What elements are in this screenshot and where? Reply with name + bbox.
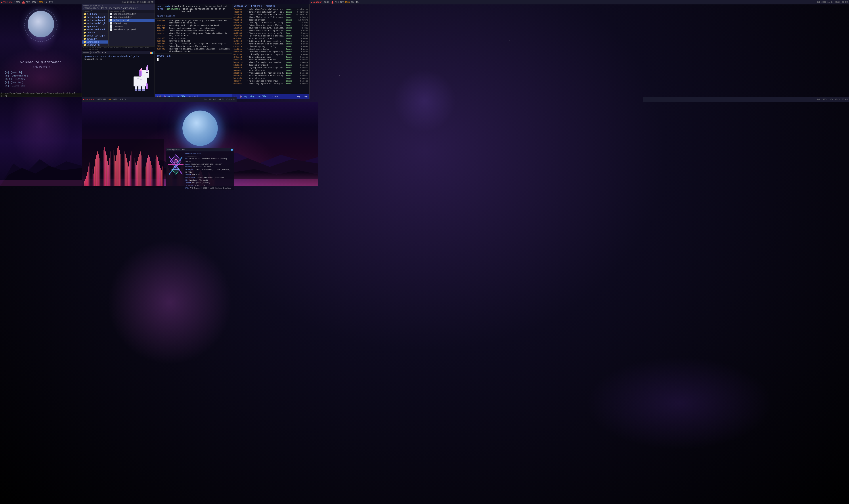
visualizer-bar: [84, 181, 85, 186]
nf-win-btn-1: [231, 149, 233, 151]
neofetch-title: emmet@snowflare: [167, 149, 185, 151]
nf-logo-svg: [167, 152, 185, 179]
visualizer-bar: [117, 148, 118, 186]
nf-terminal-label: Terminal:: [185, 184, 195, 186]
fm-dir-aldhope[interactable]: 📁ald-hope: [82, 13, 108, 16]
cursor: [157, 58, 159, 61]
nf-de-label: DE:: [185, 179, 189, 181]
left-mountains-svg: [0, 142, 82, 186]
visualizer-bar: [164, 162, 164, 186]
visualizer-bar: [140, 151, 141, 186]
git-merge-msg: Fixed all screenshots to be on gh backen…: [182, 8, 230, 13]
unicorn-sprite: [125, 59, 153, 96]
visualizer-bar: [137, 161, 138, 186]
visualizer-bar: [121, 154, 121, 186]
nf-os-val: NixOS 23.11.20231102.fa898ad (Tapir) x86…: [185, 158, 227, 162]
nf-shell-val: zsh 5.9: [192, 174, 200, 176]
fm-file-bg[interactable]: 📄background.txt: [109, 16, 155, 19]
visualizer-bar: [135, 162, 136, 186]
topbar-stats3: 100%: [37, 1, 43, 3]
visualizer-bar: [130, 156, 131, 186]
qute-status-bar: file:///home/emmet/../browser/Tech/confi…: [0, 93, 82, 96]
nf-host-label: Host:: [185, 163, 191, 165]
topbar-right-graph: [331, 1, 334, 3]
visualizer-bar: [115, 161, 115, 186]
svg-rect-3: [147, 65, 148, 67]
topbar-bottom-yt-icon: ▶: [83, 98, 85, 101]
visualizer-bar: [116, 156, 117, 186]
filemanager-window: emmet@snowflare: /home/emmet/.dotfiles/t…: [82, 4, 155, 50]
fm-file-license[interactable]: 📄LICENSE: [109, 25, 155, 28]
fm-dir-sel1[interactable]: 📁selenized-dark: [82, 16, 108, 19]
topbar-title: Youtube: [3, 1, 13, 3]
visualizer-bar: [125, 154, 126, 186]
fm-dir-uwunicorn[interactable]: 📁uwunicorn: [82, 40, 108, 43]
visualizer-bar: [95, 159, 96, 186]
git-head-label: Head: main Fixed all screenshots to be o…: [157, 5, 230, 8]
pokemon-term-header: emmet@snowflare:~: [82, 51, 155, 54]
fm-body: themes/ 📁ald-hope 📁selenized-dark 📁selen…: [82, 10, 155, 50]
qute-menu-quickmarks[interactable]: [b] [Quickmarks]: [5, 74, 77, 77]
fm-dir-solardark[interactable]: 📁solarized-dark: [82, 28, 108, 31]
todos-header: TODOs (14)—: [157, 55, 230, 57]
pokemon-term-colors: [150, 52, 153, 54]
fm-file-readme[interactable]: 📄README.org: [109, 22, 155, 25]
visualizer-bar: [120, 150, 120, 186]
fm-dir-spacebook[interactable]: 📁spacebook: [82, 25, 108, 28]
todos-section: TODOs (14)—: [155, 54, 232, 63]
nf-uptime-val: 19 hours, 35 mins: [193, 166, 211, 168]
magit-log-label: Magit Log: [297, 95, 308, 98]
fm-dirs-panel: themes/ 📁ald-hope 📁selenized-dark 📁selen…: [82, 10, 109, 50]
topbar-right-bat: 100%: [324, 1, 329, 3]
svg-point-29: [174, 159, 178, 163]
bottom-moon: [182, 110, 218, 146]
nf-win-controls: [231, 149, 233, 151]
fm-file-yaml[interactable]: 📄uwunicorn-yt.yaml: [109, 28, 155, 31]
audio-visualizer: [82, 139, 164, 188]
pokemon-term-title: emmet@snowflare:~: [83, 52, 106, 54]
svg-rect-34: [0, 180, 82, 186]
visualizer-bar: [151, 165, 152, 186]
topbar-battery: 100%: [14, 1, 20, 3]
fm-dir-ubuntu[interactable]: 📁ubuntu: [82, 31, 108, 34]
visualizer-bar: [98, 154, 99, 186]
visualizer-bar: [90, 162, 90, 186]
log-item-1: f9a7c8b * main gitea/main gitlab/main gi…: [232, 8, 309, 11]
qute-menu-newtab[interactable]: [t] [New tab]: [5, 81, 77, 84]
git-head-branch: main: [165, 5, 170, 8]
unicorn-svg: [125, 59, 153, 96]
nf-label-user: emmet@snowflare: [185, 152, 200, 155]
topbar-bottom-s2: 10%: [107, 98, 111, 101]
visualizer-bar: [131, 151, 132, 186]
log-item-15: c0b0519 * Cleaned up magit config Emmet …: [232, 45, 309, 48]
fm-file-bg256[interactable]: 📄background256.txt: [109, 13, 155, 16]
qute-moon: [28, 11, 54, 37]
rc-item-6: bbd2003 Updated system: [157, 37, 230, 40]
visualizer-bar: [104, 147, 105, 186]
fm-path-header: emmet@snowflare: /home/emmet/.dotfiles/t…: [83, 5, 153, 10]
log-item-6: 59fd638 * Testing if auto-cpufreq is sys…: [232, 21, 309, 24]
log-item-18: e1c7253 * I finally got agenda + syncthi…: [232, 53, 309, 56]
log-item-23: e56d953 * Trying some new power optimiza…: [232, 67, 309, 69]
visualizer-bar: [107, 161, 108, 186]
git-head-key: Head:: [157, 5, 163, 8]
fm-dir-sel2[interactable]: 📁selenized-dark: [82, 19, 108, 22]
qute-menu-history[interactable]: [S h] [History]: [5, 78, 77, 80]
svg-rect-19: [137, 77, 139, 79]
fm-dir-sellight[interactable]: 📁selenized-light: [82, 22, 108, 25]
qute-menu-search[interactable]: [o] [Search]: [5, 71, 77, 74]
fm-dir-tomorrow[interactable]: 📁tomorrow-night: [82, 34, 108, 37]
log-item-8: a2650a0 * Reverted to original uwunicorn…: [232, 27, 309, 30]
topbar-bottom-right-time: Sat 2023-11-04 02:13:20 PM: [817, 98, 848, 101]
recent-commits-header: Recent commits: [155, 14, 232, 19]
fm-file-polarity[interactable]: 📄polarity.txt: [109, 19, 155, 22]
rc-item-9: 27740bc Extra lines to ensure flakes wor…: [157, 45, 230, 48]
fm-dir-twilight[interactable]: 📁twilight: [82, 37, 108, 40]
qute-menu-closetab[interactable]: [x] [Close tab]: [5, 85, 77, 87]
log-item-5: 099d848 * Updated system Emmet 18 hours: [232, 19, 309, 21]
qute-subtitle: Tech Profile: [5, 66, 77, 69]
visualizer-bar: [105, 151, 106, 186]
topbar-stats5: 11%: [49, 1, 53, 3]
visualizer-bar: [136, 165, 137, 186]
git-merge-label: Merge: gitea/main Fixed all screenshots …: [157, 8, 230, 13]
